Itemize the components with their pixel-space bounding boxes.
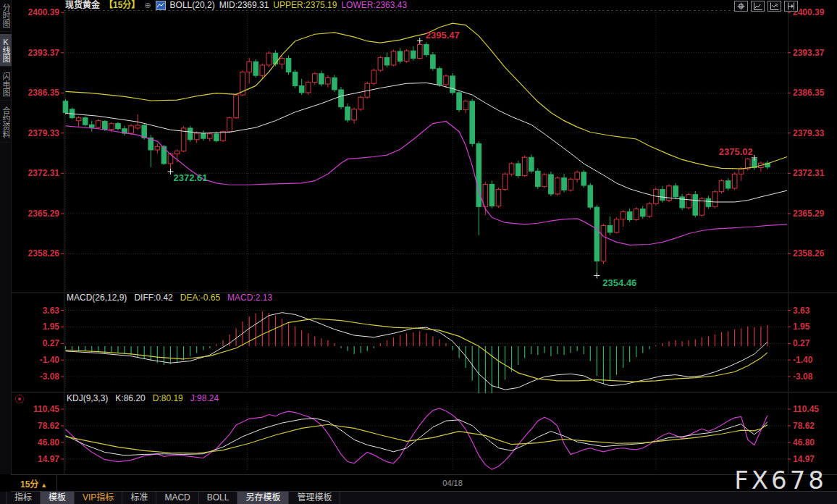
kdj-d-value: D:80.19	[153, 393, 183, 403]
date-axis: 04/18	[442, 479, 463, 487]
indicator-tabbar: 指标 模板 VIP指标 标准 MACD BOLL 另存模板 管理模板	[0, 492, 837, 504]
fx678-watermark: FX678	[734, 466, 827, 495]
price-annotation: 2372.61	[173, 172, 207, 183]
axis-label: 0.27	[43, 338, 60, 348]
price-annotation: 2395.47	[426, 30, 460, 41]
kdj-j-value: J:98.24	[190, 393, 219, 403]
price-annotation: 2375.02	[719, 146, 753, 157]
compress-left-icon[interactable]	[751, 1, 765, 12]
axis-label: 2393.37	[28, 48, 60, 58]
macd-dea-value: DEA:-0.65	[180, 293, 220, 303]
axis-label: 78.62	[793, 421, 815, 431]
axis-label: 2372.31	[28, 168, 60, 178]
sidebar-item-lightning-chart[interactable]: 闪电图	[0, 69, 12, 101]
tab-templates[interactable]: 模板	[41, 492, 75, 504]
tab-vip-indicators[interactable]: VIP指标	[75, 492, 122, 504]
candles-layer	[63, 41, 770, 275]
trading-app-window: 2400.392400.392393.372393.372386.352386.…	[0, 0, 837, 504]
axis-label: 2400.39	[28, 7, 60, 17]
kdj-header: KDJ(9,3,3) K:86.20 D:80.19 J:98.24	[67, 393, 219, 403]
axis-label: 2372.31	[793, 168, 825, 178]
period-label: 【15分】	[104, 1, 140, 10]
axis-label: 2379.33	[793, 128, 825, 138]
axis-label: 2358.26	[28, 248, 60, 259]
axis-label: 14.97	[793, 454, 815, 464]
axis-label: 3.63	[793, 306, 810, 316]
sidebar-item-kline-chart[interactable]: K线图	[0, 34, 12, 67]
axis-label: 2393.37	[793, 48, 825, 58]
macd-title: MACD(26,12,9)	[67, 293, 127, 303]
axis-label: 46.80	[793, 437, 815, 448]
date-axis-label: 04/18	[442, 479, 463, 487]
macd-grid: 3.633.631.951.950.270.27-1.40-1.40-3.08-…	[40, 305, 813, 393]
chart-header: 现货黄金 【15分】 ⊕ BOLL(20,2) MID:2369.31 UPPE…	[65, 0, 407, 10]
axis-label: 2386.35	[793, 88, 825, 98]
symbol-name: 现货黄金	[65, 1, 100, 10]
macd-header: MACD(26,12,9) DIFF:0.42 DEA:-0.65 MACD:2…	[67, 293, 272, 303]
macd-histogram-layer	[66, 311, 767, 393]
axis-label: -3.08	[40, 371, 60, 382]
sidebar-item-time-chart[interactable]: 分时图	[0, 0, 12, 32]
add-circle-icon[interactable]: ⊕	[144, 1, 151, 9]
axis-label: 2386.35	[28, 88, 60, 98]
period-selector[interactable]: 15分▲	[20, 477, 47, 490]
price-annotation: 2354.46	[602, 277, 636, 288]
axis-label: 1.95	[43, 322, 60, 332]
shift-right-icon[interactable]	[784, 1, 798, 12]
period-value: 15分	[20, 479, 38, 490]
tab-boll[interactable]: BOLL	[199, 492, 238, 504]
axis-label: -1.40	[40, 355, 60, 365]
kdj-k-value: K:86.20	[115, 393, 145, 403]
boll-upper-value: UPPER:2375.19	[273, 1, 337, 10]
axis-label: 2358.26	[793, 248, 825, 259]
indicator-marker-icon	[15, 395, 24, 403]
kdj-grid: 110.45110.4578.6278.6246.8046.8014.9714.…	[33, 404, 819, 471]
axis-label: 0.27	[793, 338, 810, 348]
tab-macd[interactable]: MACD	[156, 492, 198, 504]
move-crosshair-icon[interactable]	[734, 1, 748, 12]
axis-label: 14.97	[38, 454, 59, 464]
triangle-up-icon: ▲	[41, 482, 47, 489]
axis-label: -1.40	[793, 355, 813, 365]
kdj-lines-layer	[66, 408, 767, 470]
chart-canvas[interactable]: 2400.392400.392393.372393.372386.352386.…	[0, 0, 837, 504]
axis-label: 110.45	[33, 404, 59, 414]
boll-lower-value: LOWER:2363.43	[341, 1, 407, 10]
axis-label: 2365.29	[28, 209, 60, 219]
tab-save-template[interactable]: 另存模板	[237, 492, 289, 504]
macd-diff-value: DIFF:0.42	[134, 293, 172, 303]
kdj-title: KDJ(9,3,3)	[67, 393, 108, 403]
sidebar-item-contract-info[interactable]: 合约资料	[0, 103, 12, 143]
axis-label: 3.63	[43, 306, 60, 316]
chart-toolbar	[734, 1, 798, 12]
axis-label: 2379.33	[28, 128, 60, 138]
axis-label: 78.62	[38, 421, 59, 431]
tab-manage-templates[interactable]: 管理模板	[289, 492, 340, 504]
axis-label: 110.45	[793, 404, 819, 414]
macd-value: MACD:2.13	[227, 293, 272, 303]
axis-label: 46.80	[38, 437, 59, 448]
chart-type-sidebar: 分时图 K线图 闪电图 合约资料	[0, 0, 12, 474]
boll-mid-value: MID:2369.31	[219, 1, 269, 10]
compress-right-icon[interactable]	[767, 1, 781, 12]
tab-standard[interactable]: 标准	[122, 492, 156, 504]
axis-label: -3.08	[793, 371, 813, 382]
tab-indicators[interactable]: 指标	[6, 492, 41, 504]
chart-style-icon[interactable]	[156, 1, 166, 10]
axis-label: 2365.29	[793, 209, 825, 219]
axis-label: 1.95	[793, 322, 810, 332]
boll-params-label: BOLL(20,2)	[170, 1, 215, 10]
